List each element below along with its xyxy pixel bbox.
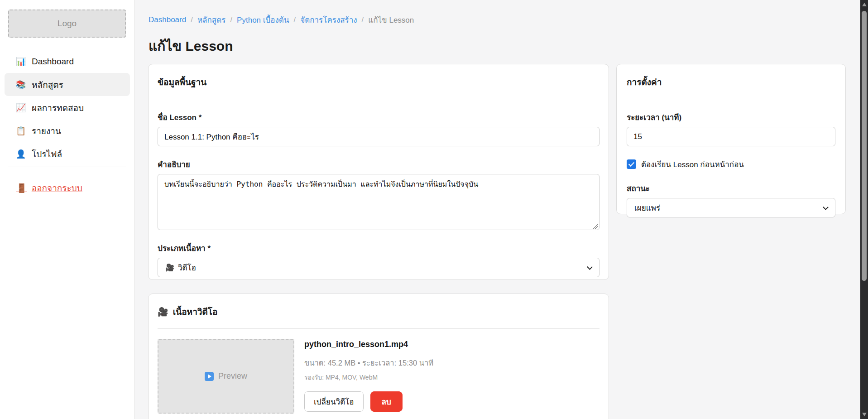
person-icon: 👤 [16,149,26,159]
description-label: คำอธิบาย [158,158,599,170]
breadcrumb-current: แก้ไข Lesson [368,14,414,26]
settings-title: การตั้งค่า [627,75,835,89]
video-info: python_intro_lesson1.mp4 ขนาด: 45.2 MB •… [304,339,433,414]
breadcrumb: Dashboard / หลักสูตร / Python เบื้องต้น … [149,14,414,26]
delete-video-button[interactable]: ลบ [370,391,403,412]
books-icon: 📚 [16,80,26,90]
card-divider [158,99,599,99]
breadcrumb-separator: / [230,15,232,24]
chevron-down-icon [587,264,593,270]
chart-up-icon: 📈 [16,103,26,113]
logout-label: ออกจากระบบ [32,181,82,195]
status-label: สถานะ [627,182,835,194]
bar-chart-icon: 📊 [16,57,26,67]
breadcrumb-manage-structure[interactable]: จัดการโครงสร้าง [300,14,357,26]
page-title: แก้ไข Lesson [149,35,233,57]
breadcrumb-course-python[interactable]: Python เบื้องต้น [237,14,289,26]
sidebar-item-courses[interactable]: 📚 หลักสูตร [5,73,130,96]
door-icon: 🚪 [16,183,27,193]
card-divider [158,328,599,329]
sidebar-item-dashboard[interactable]: 📊 Dashboard [5,50,130,73]
main-content: Dashboard / หลักสูตร / Python เบื้องต้น … [135,0,860,419]
logo-placeholder: Logo [8,10,126,38]
content-type-value: วิดีโอ [178,261,196,274]
lesson-name-label: ชื่อ Lesson * [158,111,599,123]
chevron-down-icon [823,204,829,210]
video-content-card: 🎥 เนื้อหาวิดีโอ Preview python_intro_les… [148,294,609,419]
logout-link[interactable]: 🚪 ออกจากระบบ [16,181,82,195]
sidebar-item-label: หลักสูตร [32,78,63,92]
basic-info-card: ข้อมูลพื้นฐาน ชื่อ Lesson * คำอธิบาย บทเ… [148,64,609,280]
video-supported-formats: รองรับ: MP4, MOV, WebM [304,372,433,382]
sidebar-item-label: โปรไฟล์ [32,147,62,161]
video-section-title: เนื้อหาวิดีโอ [173,305,218,318]
sidebar-item-label: Dashboard [32,57,74,67]
sidebar-item-test-results[interactable]: 📈 ผลการทดสอบ [5,96,130,119]
status-select[interactable]: เผยแพร่ [627,198,835,217]
sidebar-divider [8,167,126,167]
breadcrumb-separator: / [191,15,193,24]
breadcrumb-separator: / [362,15,364,24]
settings-card: การตั้งค่า ระยะเวลา (นาที) ต้องเรียน Les… [616,64,846,214]
prerequisite-row: ต้องเรียน Lesson ก่อนหน้าก่อน [627,158,835,170]
scroll-down-arrow-icon[interactable] [862,413,867,416]
prerequisite-label[interactable]: ต้องเรียน Lesson ก่อนหน้าก่อน [641,158,744,170]
vertical-scrollbar[interactable] [860,0,868,419]
duration-input[interactable] [627,127,835,146]
change-video-button[interactable]: เปลี่ยนวิดีโอ [304,391,364,412]
status-value: เผยแพร่ [634,202,660,214]
breadcrumb-courses[interactable]: หลักสูตร [197,14,225,26]
sidebar-item-reports[interactable]: 📋 รายงาน [5,119,130,142]
breadcrumb-separator: / [294,15,296,24]
sidebar-item-label: ผลการทดสอบ [32,101,84,115]
video-filename: python_intro_lesson1.mp4 [304,340,433,349]
description-field-wrap: บทเรียนนี้จะอธิบายว่า Python คืออะไร ประ… [158,174,599,230]
logo-label: Logo [58,19,77,29]
sidebar-item-label: รายงาน [32,124,61,138]
prerequisite-checkbox[interactable] [627,159,636,169]
sidebar: Logo 📊 Dashboard 📚 หลักสูตร 📈 ผลการทดสอบ… [0,0,135,419]
card-divider [627,99,835,99]
scroll-up-arrow-icon[interactable] [862,3,867,6]
video-row: Preview python_intro_lesson1.mp4 ขนาด: 4… [158,339,599,414]
preview-label: Preview [218,371,247,381]
play-icon [205,372,214,381]
scrollbar-thumb[interactable] [862,11,867,281]
movie-camera-icon: 🎥 [158,307,168,317]
textarea-resize-handle[interactable] [593,224,598,229]
video-buttons: เปลี่ยนวิดีโอ ลบ [304,391,433,412]
basic-info-title: ข้อมูลพื้นฐาน [158,75,599,89]
video-meta: ขนาด: 45.2 MB • ระยะเวลา: 15:30 นาที [304,357,433,369]
sidebar-menu: 📊 Dashboard 📚 หลักสูตร 📈 ผลการทดสอบ 📋 รา… [5,50,130,165]
breadcrumb-dashboard[interactable]: Dashboard [149,15,186,24]
description-textarea[interactable]: บทเรียนนี้จะอธิบายว่า Python คืออะไร ประ… [158,174,599,230]
video-section-header: 🎥 เนื้อหาวิดีโอ [158,305,599,318]
content-type-select[interactable]: 🎥 วิดีโอ [158,258,599,277]
video-preview[interactable]: Preview [158,339,294,414]
clipboard-icon: 📋 [16,126,26,136]
duration-label: ระยะเวลา (นาที) [627,111,835,123]
lesson-name-input[interactable] [158,127,599,146]
sidebar-item-profile[interactable]: 👤 โปรไฟล์ [5,142,130,165]
content-type-label: ประเภทเนื้อหา * [158,242,599,254]
movie-camera-icon: 🎥 [165,263,174,272]
